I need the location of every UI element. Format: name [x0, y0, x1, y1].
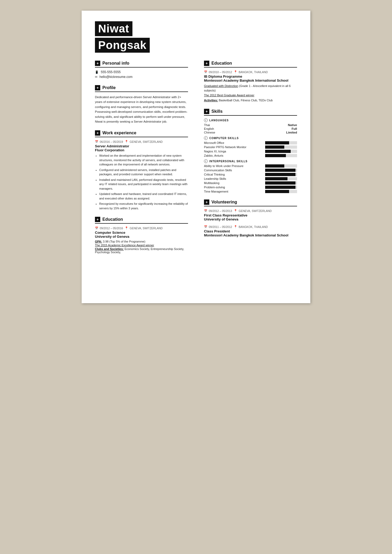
- interp-skill-bar-2: [265, 173, 297, 176]
- volunteering-title: Volunteering: [211, 200, 237, 205]
- interp-skill-name-1: Communication Skills: [204, 169, 265, 172]
- comp-skill-fill-3: [265, 154, 286, 157]
- edu-left-degree: Computer Science: [95, 231, 188, 235]
- bullet-1: Configured and administered servers, ins…: [99, 168, 188, 177]
- comp-skill-bar-3: [265, 154, 297, 157]
- education-right-section: + Education 📅 09/2010 – 05/2012 📍 BANGKO…: [204, 61, 297, 102]
- education-left-title: Education: [102, 217, 123, 222]
- content-area: + Personal info 📱 555-555-5555 ✉ hello@k…: [82, 61, 310, 271]
- lang-thai-name: Thai: [204, 123, 210, 127]
- computer-skills-sub-header: i COMPUTER SKILLS: [204, 136, 297, 140]
- bullet-3: Updated software and hardware, trained a…: [99, 192, 188, 201]
- interp-skill-3: Leadership Skills: [204, 177, 297, 180]
- comp-skill-fill-2: [265, 150, 291, 153]
- interp-skill-name-2: Critical Thinking: [204, 173, 265, 176]
- education-left-header: + Education: [95, 217, 188, 224]
- bullet-4: Recognized by executives for significant…: [99, 202, 188, 210]
- interp-skill-fill-1: [265, 169, 295, 172]
- interp-skill-4: Multitasking: [204, 181, 297, 185]
- calendar-icon: 📅: [95, 140, 98, 143]
- phone-number: 555-555-5555: [101, 70, 121, 74]
- job-dates: 06/2016 – 05/2019: [100, 140, 123, 143]
- vol-org-1: Montessori Academy Bangkok International…: [204, 233, 297, 237]
- skills-section: + Skills i LANGUAGES Thai Native English…: [204, 109, 297, 193]
- interpersonal-label: INTERPERSONAL SKILLS: [209, 160, 248, 163]
- info-icon-comp: i: [204, 136, 208, 140]
- profile-title: Profile: [102, 85, 116, 90]
- right-column: + Education 📅 09/2010 – 05/2012 📍 BANGKO…: [196, 61, 297, 260]
- interp-skill-2: Critical Thinking: [204, 173, 297, 176]
- vol-cal-icon-0: 📅: [204, 209, 207, 212]
- job-meta: 📅 06/2016 – 05/2019 📍 GENEVA, SWITZERLAN…: [95, 140, 188, 143]
- skills-header: + Skills: [204, 109, 297, 116]
- vol-org-0: University of Geneva: [204, 217, 297, 221]
- languages-sub-header: i LANGUAGES: [204, 118, 297, 122]
- edu-right-entry-0: 📅 09/2010 – 05/2012 📍 BANGKOK, THAILAND …: [204, 70, 297, 102]
- interp-skill-fill-5: [265, 186, 295, 189]
- vol-location-1: BANGKOK, THAILAND: [239, 225, 268, 228]
- vol-dates-0: 09/2012 – 05/2013: [209, 209, 232, 213]
- location-icon: 📍: [125, 140, 128, 143]
- edu-right-school: Montessori Academy Bangkok International…: [204, 78, 297, 82]
- clubs-line: Clubs and Societies: Economics Society, …: [95, 247, 188, 254]
- comp-skill-name-3: Zabbix, Anturis: [204, 154, 265, 157]
- header: Niwat Pongsak: [82, 11, 310, 61]
- work-experience-section: + Work experience 📅 06/2016 – 05/2019 📍 …: [95, 130, 188, 210]
- lang-thai: Thai Native: [204, 123, 297, 127]
- interp-skill-bar-5: [265, 186, 297, 189]
- last-name: Pongsak: [95, 38, 150, 53]
- interp-skill-bar-3: [265, 177, 297, 180]
- volunteering-icon: +: [204, 199, 209, 205]
- graduated-distinction: Graduated with Distinction: [204, 84, 238, 88]
- interp-skill-fill-6: [265, 190, 289, 193]
- name-block: Niwat Pongsak: [95, 21, 297, 53]
- email-item: ✉ hello@kickresume.com: [95, 75, 188, 79]
- vol-meta-0: 📅 09/2012 – 05/2013 📍 GENEVA, SWITZERLAN…: [204, 209, 297, 213]
- bullet-0: Worked on the development and implementa…: [99, 153, 188, 167]
- profile-icon: +: [95, 85, 100, 90]
- volunteering-section: + Volunteering 📅 09/2012 – 05/2013 📍 GEN…: [204, 199, 297, 237]
- comp-skill-name-1: Paessler PRTG Network Monitor: [204, 145, 265, 149]
- lang-chinese: Chinese Limited: [204, 131, 297, 134]
- comp-skill-fill-0: [265, 141, 289, 144]
- profile-section: + Profile Dedicated and performance-driv…: [95, 85, 188, 124]
- comp-skill-bar-0: [265, 141, 297, 144]
- vol-entry-0: 📅 09/2012 – 05/2013 📍 GENEVA, SWITZERLAN…: [204, 209, 297, 221]
- interp-skill-fill-3: [265, 177, 287, 180]
- vol-entry-1: 📅 09/2011 – 05/2012 📍 BANGKOK, THAILAND …: [204, 225, 297, 237]
- info-icon-interp: i: [204, 159, 208, 163]
- interp-skill-bar-6: [265, 190, 297, 193]
- edu-right-cal-icon: 📅: [204, 70, 207, 73]
- job-bullets: Worked on the development and implementa…: [95, 153, 188, 210]
- interpersonal-sub-header: i INTERPERSONAL SKILLS: [204, 159, 297, 163]
- edu-left-entry-0: 📅 09/2012 – 05/2016 📍 GENEVA, SWITZERLAN…: [95, 226, 188, 254]
- comp-skill-2: Nagios XI, Icinga: [204, 150, 297, 153]
- comp-skill-fill-1: [265, 145, 284, 149]
- interp-skill-name-6: Time Management: [204, 190, 265, 193]
- job-company: Fluor Corporation: [95, 148, 188, 152]
- interp-skill-bar-1: [265, 169, 297, 172]
- edu-right-desc1: Graduated with Distinction (Grade 1 - A/…: [204, 84, 297, 93]
- edu-right-award-text: The 2012 Best Graduate Award winner: [204, 94, 254, 97]
- interp-skill-1: Communication Skills: [204, 169, 297, 172]
- edu-right-location: BANGKOK, THAILAND: [239, 70, 268, 74]
- work-experience-title: Work experience: [102, 131, 136, 135]
- interp-skill-bar-0: [265, 164, 297, 168]
- interp-skill-fill-2: [265, 173, 295, 176]
- vol-meta-1: 📅 09/2011 – 05/2012 📍 BANGKOK, THAILAND: [204, 225, 297, 228]
- comp-skill-name-2: Nagios XI, Icinga: [204, 150, 265, 153]
- profile-text: Dedicated and performance-driven Server …: [95, 95, 188, 124]
- skills-title: Skills: [211, 109, 223, 114]
- interp-skill-name-5: Problem-solving: [204, 186, 265, 189]
- interp-skill-fill-4: [265, 181, 295, 185]
- bullet-2: Installed and maintained LAN, performed …: [99, 178, 188, 191]
- gpa-line: GPA: 3.98 (Top 5% of the Programme): [95, 240, 188, 243]
- education-left-icon: +: [95, 217, 100, 222]
- education-left-section: + Education 📅 09/2012 – 05/2016 📍 GENEVA…: [95, 217, 188, 254]
- job-location: GENEVA, SWITZERLAND: [130, 140, 163, 143]
- phone-icon: 📱: [95, 70, 99, 74]
- interp-skill-name-3: Leadership Skills: [204, 177, 265, 180]
- email-address: hello@kickresume.com: [99, 75, 132, 79]
- lang-thai-level: Native: [288, 123, 297, 127]
- edu-left-school: University of Geneva: [95, 235, 188, 239]
